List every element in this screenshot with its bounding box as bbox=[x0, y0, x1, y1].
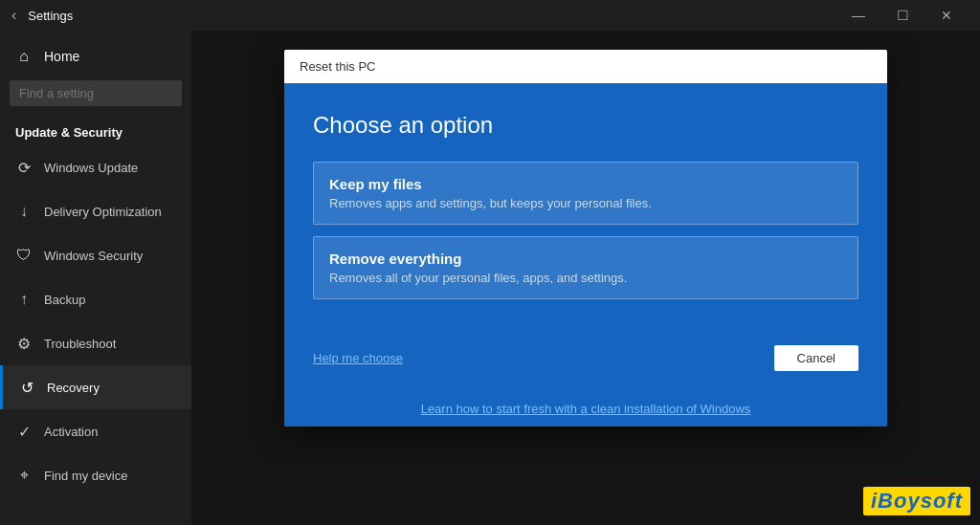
window-controls: — ☐ ✕ bbox=[836, 0, 969, 31]
dialog-body: Choose an option Keep my files Removes a… bbox=[284, 83, 887, 330]
troubleshoot-icon: ⚙ bbox=[15, 335, 33, 353]
sidebar-item-home[interactable]: ⌂ Home bbox=[0, 38, 191, 75]
sidebar-label: Recovery bbox=[47, 381, 100, 395]
sidebar-item-windows-security[interactable]: 🛡 Windows Security bbox=[0, 233, 191, 277]
delivery-icon: ↓ bbox=[15, 203, 33, 220]
maximize-button[interactable]: ☐ bbox=[880, 0, 924, 31]
keep-files-title: Keep my files bbox=[329, 176, 842, 192]
keep-files-option[interactable]: Keep my files Removes apps and settings,… bbox=[313, 162, 858, 225]
dialog-titlebar: Reset this PC bbox=[284, 50, 887, 83]
sidebar-item-recovery[interactable]: ↺ Recovery bbox=[0, 365, 191, 409]
sidebar-label: Backup bbox=[44, 293, 85, 307]
back-button[interactable]: ‹ bbox=[11, 7, 16, 24]
sidebar-section-title: Update & Security bbox=[0, 118, 191, 145]
sidebar-item-delivery-optimization[interactable]: ↓ Delivery Optimization bbox=[0, 189, 191, 233]
bottom-strip: Learn how to start fresh with a clean in… bbox=[284, 390, 887, 427]
main-area: ⌂ Home Update & Security ⟳ Windows Updat… bbox=[0, 31, 980, 525]
iboysoft-logo: iBoysoft bbox=[863, 487, 970, 515]
find-device-icon: ⌖ bbox=[15, 467, 33, 484]
content-area: Reset this PC Choose an option Keep my f… bbox=[191, 31, 980, 525]
shield-icon: 🛡 bbox=[15, 247, 33, 264]
backup-icon: ↑ bbox=[15, 291, 33, 308]
minimize-button[interactable]: — bbox=[836, 0, 880, 31]
remove-everything-title: Remove everything bbox=[329, 251, 842, 267]
sidebar-item-activation[interactable]: ✓ Activation bbox=[0, 409, 191, 453]
close-button[interactable]: ✕ bbox=[924, 0, 969, 31]
remove-everything-desc: Removes all of your personal files, apps… bbox=[329, 271, 842, 285]
remove-everything-option[interactable]: Remove everything Removes all of your pe… bbox=[313, 236, 858, 299]
dialog-heading: Choose an option bbox=[313, 112, 858, 139]
modal-overlay: Reset this PC Choose an option Keep my f… bbox=[191, 31, 980, 525]
sidebar-label: Delivery Optimization bbox=[44, 205, 162, 219]
home-icon: ⌂ bbox=[15, 48, 33, 65]
help-link[interactable]: Help me choose bbox=[313, 351, 403, 365]
sidebar-label: Windows Update bbox=[44, 161, 138, 175]
sidebar-item-windows-update[interactable]: ⟳ Windows Update bbox=[0, 145, 191, 189]
update-icon: ⟳ bbox=[15, 159, 33, 177]
recovery-icon: ↺ bbox=[18, 379, 35, 397]
dialog-title: Reset this PC bbox=[300, 59, 375, 74]
cancel-button[interactable]: Cancel bbox=[774, 345, 858, 371]
reset-pc-dialog: Reset this PC Choose an option Keep my f… bbox=[284, 50, 887, 427]
sidebar-label: Activation bbox=[44, 425, 98, 439]
sidebar-label: Troubleshoot bbox=[44, 337, 116, 351]
sidebar-label: Find my device bbox=[44, 469, 127, 483]
activation-icon: ✓ bbox=[15, 423, 33, 441]
titlebar: ‹ Settings — ☐ ✕ bbox=[0, 0, 980, 31]
keep-files-desc: Removes apps and settings, but keeps you… bbox=[329, 196, 842, 210]
sidebar-label: Windows Security bbox=[44, 249, 143, 263]
sidebar-item-backup[interactable]: ↑ Backup bbox=[0, 277, 191, 321]
dialog-footer: Help me choose Cancel bbox=[284, 330, 887, 390]
sidebar: ⌂ Home Update & Security ⟳ Windows Updat… bbox=[0, 31, 191, 525]
fresh-install-link[interactable]: Learn how to start fresh with a clean in… bbox=[421, 402, 751, 416]
sidebar-item-troubleshoot[interactable]: ⚙ Troubleshoot bbox=[0, 321, 191, 365]
home-label: Home bbox=[44, 49, 79, 64]
app-title: Settings bbox=[28, 9, 836, 23]
sidebar-item-find-my-device[interactable]: ⌖ Find my device bbox=[0, 453, 191, 497]
search-input[interactable] bbox=[10, 80, 182, 106]
